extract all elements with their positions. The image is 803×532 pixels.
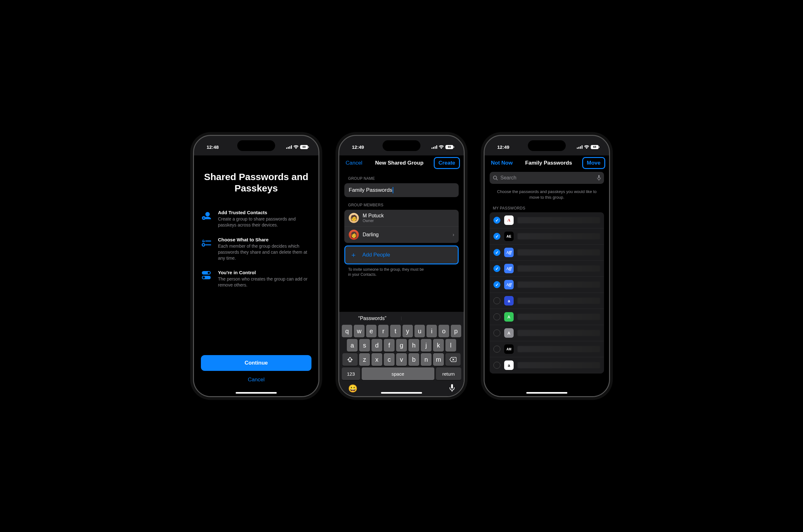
key-x[interactable]: x — [371, 353, 382, 366]
key-t[interactable]: t — [390, 325, 401, 337]
group-name-input[interactable]: Family Passwords — [344, 183, 459, 197]
row-checkbox[interactable] — [493, 281, 500, 288]
continue-button[interactable]: Continue — [201, 355, 311, 371]
key-w[interactable]: w — [354, 325, 364, 337]
site-icon: Aff — [504, 264, 514, 273]
emoji-button[interactable]: 😀 — [348, 384, 358, 394]
key-q[interactable]: q — [342, 325, 352, 337]
status-right: 68 — [577, 145, 599, 149]
row-details-blurred — [517, 249, 600, 255]
row-checkbox[interactable] — [493, 249, 500, 256]
svg-rect-29 — [598, 175, 599, 178]
key-delete[interactable] — [445, 353, 461, 366]
nav-bar: Not Now Family Passwords Move — [484, 155, 609, 171]
password-row[interactable]: AM — [490, 341, 604, 357]
key-h[interactable]: h — [408, 339, 419, 352]
row-checkbox[interactable] — [493, 217, 500, 224]
key-e[interactable]: e — [366, 325, 377, 337]
feature-item: +Add Trusted ContactsCreate a group to s… — [201, 210, 311, 228]
key-d[interactable]: d — [371, 339, 382, 352]
member-row[interactable]: 🧑M PotuckOwner — [344, 210, 459, 227]
row-details-blurred — [517, 217, 600, 223]
suggestion-1[interactable]: “Passwords” — [343, 316, 402, 321]
search-field[interactable] — [490, 172, 604, 184]
key-f[interactable]: f — [384, 339, 395, 352]
search-input[interactable] — [500, 175, 594, 181]
key-j[interactable]: j — [421, 339, 432, 352]
key-m[interactable]: m — [433, 353, 444, 366]
key-o[interactable]: o — [438, 325, 449, 337]
svg-point-4 — [205, 212, 210, 216]
svg-line-28 — [496, 179, 498, 180]
search-icon — [493, 175, 498, 180]
row-checkbox[interactable] — [493, 297, 500, 304]
dynamic-island — [383, 140, 420, 151]
svg-point-9 — [202, 244, 205, 246]
nav-move-button[interactable]: Move — [585, 158, 603, 167]
key-a[interactable]: a — [347, 339, 358, 352]
key-123[interactable]: 123 — [342, 367, 360, 380]
nav-create-button[interactable]: Create — [436, 158, 458, 167]
password-row[interactable]: a — [490, 357, 604, 374]
key-shift[interactable] — [342, 353, 358, 366]
key-p[interactable]: p — [451, 325, 461, 337]
key-y[interactable]: y — [402, 325, 413, 337]
member-row[interactable]: 👩Darling› — [344, 227, 459, 243]
row-checkbox[interactable] — [493, 265, 500, 272]
add-people-label: Add People — [362, 252, 390, 258]
password-row[interactable]: A — [490, 309, 604, 325]
key-v[interactable]: v — [396, 353, 407, 366]
phone-new-group: 12:49 69 Cancel New Shared Group Create … — [338, 135, 465, 397]
feature-desc: Create a group to share passwords and pa… — [218, 216, 311, 228]
password-row[interactable]: AE — [490, 228, 604, 245]
row-checkbox[interactable] — [493, 362, 500, 369]
highlight: Move — [582, 157, 605, 169]
site-icon: A — [504, 328, 514, 338]
password-row[interactable]: A — [490, 212, 604, 228]
nav-notnow-button[interactable]: Not Now — [489, 158, 515, 167]
key-i[interactable]: i — [426, 325, 437, 337]
row-checkbox[interactable] — [493, 233, 500, 240]
member-name: M Potuck — [363, 213, 384, 218]
site-icon: A — [504, 215, 514, 225]
nav-title: Family Passwords — [525, 160, 572, 166]
password-row[interactable]: a — [490, 293, 604, 309]
password-row[interactable]: A — [490, 325, 604, 341]
password-row[interactable]: Aff — [490, 245, 604, 261]
nav-bar: Cancel New Shared Group Create — [339, 155, 464, 171]
key-n[interactable]: n — [421, 353, 432, 366]
cancel-button[interactable]: Cancel — [201, 373, 311, 387]
key-space[interactable]: space — [362, 367, 434, 380]
nav-cancel-button[interactable]: Cancel — [343, 158, 365, 167]
key-k[interactable]: k — [433, 339, 444, 352]
key-z[interactable]: z — [359, 353, 370, 366]
cellular-icon — [432, 145, 437, 149]
row-checkbox[interactable] — [493, 346, 500, 353]
add-people-button[interactable]: ＋ Add People — [344, 245, 459, 264]
key-c[interactable]: c — [384, 353, 395, 366]
key-return[interactable]: return — [436, 367, 461, 380]
key-s[interactable]: s — [359, 339, 370, 352]
key-u[interactable]: u — [415, 325, 425, 337]
keyboard-suggestions[interactable]: “Passwords” — [341, 314, 462, 323]
mic-icon[interactable] — [597, 175, 601, 181]
feature-item: You're in ControlThe person who creates … — [201, 270, 311, 288]
key-g[interactable]: g — [396, 339, 407, 352]
key-b[interactable]: b — [408, 353, 419, 366]
home-indicator[interactable] — [526, 392, 567, 394]
home-indicator[interactable] — [236, 392, 277, 394]
key-l[interactable]: l — [445, 339, 456, 352]
home-indicator[interactable] — [381, 392, 422, 394]
feature-item: Choose What to ShareEach member of the g… — [201, 237, 311, 261]
password-row[interactable]: Aff — [490, 277, 604, 293]
password-row[interactable]: Aff — [490, 261, 604, 277]
suggestion-2[interactable] — [402, 316, 460, 321]
row-checkbox[interactable] — [493, 329, 500, 337]
dictation-button[interactable] — [449, 384, 455, 394]
row-checkbox[interactable] — [493, 314, 500, 320]
status-time: 12:49 — [352, 145, 364, 150]
svg-rect-18 — [436, 145, 437, 149]
keyboard[interactable]: “Passwords” qwertyuiop asdfghjkl zxcvbnm… — [339, 312, 464, 396]
feature-desc: Each member of the group decides which p… — [218, 243, 311, 261]
key-r[interactable]: r — [378, 325, 388, 337]
